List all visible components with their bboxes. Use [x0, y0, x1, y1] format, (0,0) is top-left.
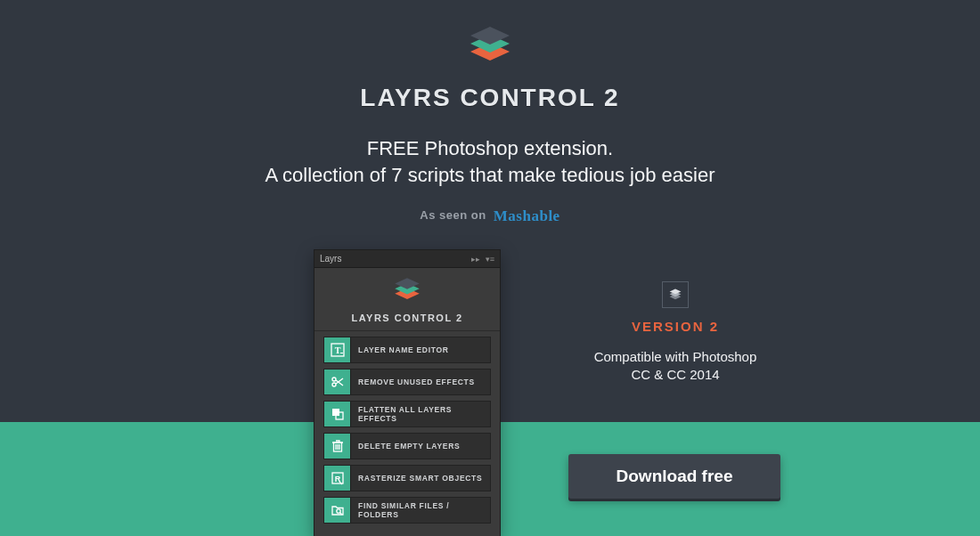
panel-collapse-icon[interactable]: ▸▸: [471, 255, 480, 264]
mashable-link[interactable]: Mashable: [494, 207, 560, 224]
panel-menu-icon[interactable]: ▾≡: [486, 255, 494, 264]
script-row-rasterize-smart-objects[interactable]: R RASTERIZE SMART OBJECTS: [323, 465, 491, 491]
scissors-icon: [324, 370, 351, 394]
page-title: LAYRS CONTROL 2: [0, 84, 980, 112]
svg-point-16: [336, 509, 339, 513]
hero: LAYRS CONTROL 2 FREE Photoshop extension…: [0, 0, 980, 225]
search-folder-icon: [324, 498, 351, 523]
script-label: FLATTEN ALL LAYERS EFFECTS: [351, 405, 490, 423]
compatibility-text: Compatible with Photoshop CC & CC 2014: [568, 348, 782, 385]
script-row-flatten-layers[interactable]: FLATTEN ALL LAYERS EFFECTS: [323, 401, 491, 427]
panel-titlebar: Layrs ▸▸ ▾≡: [314, 250, 500, 268]
script-row-layer-name-editor[interactable]: T LAYER NAME EDITOR: [323, 337, 491, 363]
as-seen-prefix: As seen on: [420, 209, 486, 223]
panel-body: T LAYER NAME EDITOR REMOVE UNUSED EFFECT…: [314, 331, 500, 536]
panel-logo-icon: [391, 277, 423, 304]
flatten-icon: [324, 402, 351, 426]
subtitle: FREE Photoshop extension. A collection o…: [0, 135, 980, 188]
script-label: FIND SIMILAR FILES / FOLDERS: [351, 501, 490, 519]
script-row-remove-unused-effects[interactable]: REMOVE UNUSED EFFECTS: [323, 369, 491, 395]
download-button[interactable]: Download free: [568, 454, 780, 499]
trash-icon: [324, 434, 351, 459]
script-label: RASTERIZE SMART OBJECTS: [351, 474, 490, 483]
script-label: LAYER NAME EDITOR: [351, 345, 490, 354]
script-label: REMOVE UNUSED EFFECTS: [351, 378, 490, 386]
script-row-find-similar[interactable]: FIND SIMILAR FILES / FOLDERS: [323, 497, 491, 524]
version-label: VERSION 2: [568, 319, 782, 334]
text-icon: T: [324, 337, 351, 362]
version-box-icon: [662, 281, 689, 308]
script-label: DELETE EMPTY LAYERS: [351, 442, 490, 451]
svg-point-9: [332, 378, 336, 381]
panel-header: LAYRS CONTROL 2: [314, 268, 500, 331]
version-block: VERSION 2 Compatible with Photoshop CC &…: [568, 281, 782, 385]
subtitle-line2: A collection of 7 scripts that make tedi…: [265, 164, 715, 186]
as-seen-on: As seen on Mashable: [0, 207, 980, 225]
svg-text:T: T: [334, 345, 340, 355]
compat-line2: CC & CC 2014: [631, 367, 719, 382]
subtitle-line1: FREE Photoshop extension.: [367, 137, 613, 159]
logo-icon: [465, 25, 515, 68]
rasterize-icon: R: [324, 466, 351, 491]
compat-line1: Compatible with Photoshop: [594, 349, 757, 364]
script-row-delete-empty-layers[interactable]: DELETE EMPTY LAYERS: [323, 433, 491, 459]
svg-point-10: [332, 383, 336, 386]
extension-panel: Layrs ▸▸ ▾≡ LAYRS CONTROL 2 T LAYER NAME…: [314, 249, 501, 536]
svg-rect-8: [340, 353, 343, 353]
panel-tab-label: Layrs: [320, 254, 341, 264]
panel-title: LAYRS CONTROL 2: [314, 313, 500, 323]
